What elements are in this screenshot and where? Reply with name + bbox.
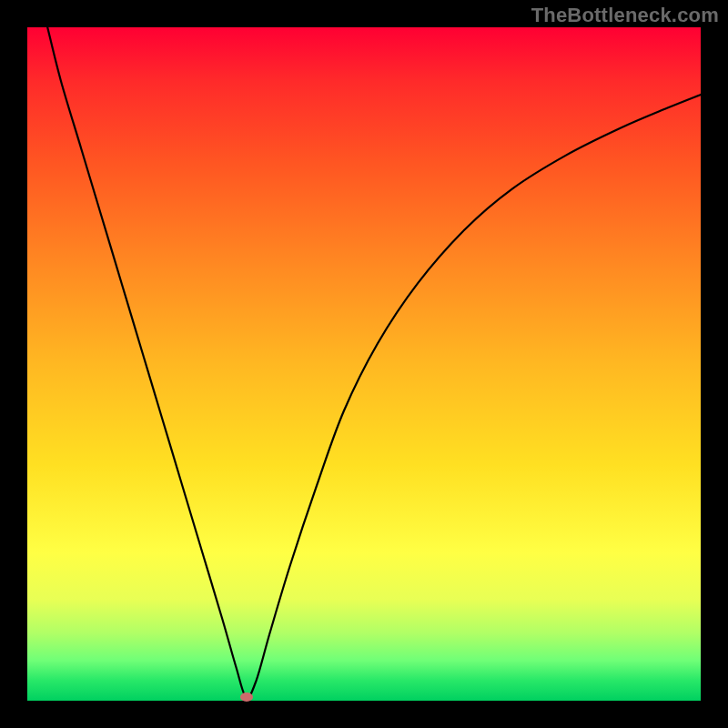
watermark-text: TheBottleneck.com (531, 4, 719, 27)
optimal-point-marker (240, 693, 253, 702)
bottleneck-curve (27, 27, 701, 701)
chart-frame: TheBottleneck.com (0, 0, 728, 728)
plot-area (27, 27, 701, 701)
